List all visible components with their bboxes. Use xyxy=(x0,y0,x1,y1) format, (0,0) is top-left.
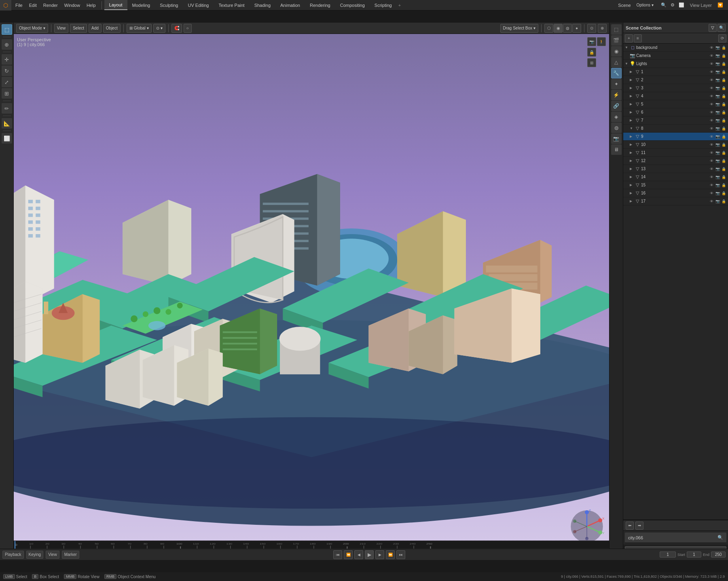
tree-row-3[interactable]: ▶ ▽ 3 👁 📷 🔒 xyxy=(623,84,728,92)
cursor-tool-btn[interactable]: ⊕ xyxy=(2,39,12,50)
tab-texture-paint[interactable]: Texture Paint xyxy=(214,0,249,10)
item3-cam[interactable]: 📷 xyxy=(715,85,720,91)
scene-prop-btn[interactable]: 🎬 xyxy=(611,35,622,46)
item6-vis[interactable]: 👁 xyxy=(709,110,714,115)
item4-lock[interactable]: 🔒 xyxy=(721,93,726,99)
proportional-btn[interactable]: ○ xyxy=(184,24,192,33)
item12-vis[interactable]: 👁 xyxy=(709,158,714,164)
item8-lock[interactable]: 🔒 xyxy=(721,126,726,131)
quad-view-btn[interactable]: ⊞ xyxy=(587,58,596,67)
box-select-key[interactable]: B xyxy=(32,574,38,579)
camera-vis-icon[interactable]: 👁 xyxy=(709,53,714,59)
tab-modeling[interactable]: Modeling xyxy=(127,0,155,10)
item5-vis[interactable]: 👁 xyxy=(709,101,714,107)
transform-tool-btn[interactable]: ⊞ xyxy=(2,88,12,99)
view-menu-btn[interactable]: View xyxy=(54,24,69,33)
expand-14[interactable]: ▶ xyxy=(630,175,634,179)
menu-edit[interactable]: Edit xyxy=(26,0,40,10)
item9-cam[interactable]: 📷 xyxy=(715,134,720,139)
gear-top-icon[interactable]: ⚙ xyxy=(669,2,676,8)
hierarchy-btn[interactable]: ≡ xyxy=(634,34,642,42)
item16-cam[interactable]: 📷 xyxy=(715,190,720,196)
item14-vis[interactable]: 👁 xyxy=(709,174,714,180)
context-menu-key[interactable]: RMB xyxy=(104,574,116,579)
item13-vis[interactable]: 👁 xyxy=(709,166,714,172)
tree-row-lights[interactable]: ▼ 💡 Lights 👁 📷 🔒 xyxy=(623,60,728,68)
tree-row-7[interactable]: ▶ ▽ 7 👁 📷 🔒 xyxy=(623,116,728,125)
background-vis-icon[interactable]: 👁 xyxy=(709,45,714,51)
expand-4[interactable]: ▶ xyxy=(630,94,634,98)
item2-cam[interactable]: 📷 xyxy=(715,77,720,83)
expand-lights[interactable]: ▼ xyxy=(625,62,629,65)
play-btn[interactable]: ▶ xyxy=(365,550,374,559)
outliner-search-btn[interactable]: 🔍 xyxy=(717,24,726,32)
item4-cam[interactable]: 📷 xyxy=(715,93,720,99)
menu-render[interactable]: Render xyxy=(40,0,61,10)
expand-background[interactable]: ▼ xyxy=(625,46,629,49)
pivot-point-dropdown[interactable]: ⊙ ▾ xyxy=(153,24,165,33)
item17-vis[interactable]: 👁 xyxy=(709,199,714,204)
tree-row-6[interactable]: ▶ ▽ 6 👁 📷 🔒 xyxy=(623,108,728,116)
physics-prop-btn[interactable]: ⚡ xyxy=(611,90,622,100)
item13-cam[interactable]: 📷 xyxy=(715,166,720,172)
gizmo-btn[interactable]: ⊕ xyxy=(598,24,607,33)
walk-nav-btn[interactable]: 🚶 xyxy=(597,37,606,46)
item11-lock[interactable]: 🔒 xyxy=(721,150,726,156)
item15-vis[interactable]: 👁 xyxy=(709,182,714,188)
select-menu-btn[interactable]: Select xyxy=(70,24,87,33)
expand-10[interactable]: ▶ xyxy=(630,143,634,146)
tree-row-17[interactable]: ▶ ▽ 17 👁 📷 🔒 xyxy=(623,197,728,205)
rotate-key[interactable]: MMB xyxy=(64,574,76,579)
tree-row-13[interactable]: ▶ ▽ 13 👁 📷 🔒 xyxy=(623,165,728,173)
transform-orientation-dropdown[interactable]: ⊞ Global ▾ xyxy=(127,24,152,33)
solid-shading-btn[interactable]: ◉ xyxy=(554,24,563,33)
tree-row-15[interactable]: ▶ ▽ 15 👁 📷 🔒 xyxy=(623,181,728,189)
menu-file[interactable]: File xyxy=(12,0,26,10)
tab-uv-editing[interactable]: UV Editing xyxy=(183,0,214,10)
expand-7[interactable]: ▶ xyxy=(630,118,634,122)
expand-1[interactable]: ▶ xyxy=(630,70,634,74)
playback-menu-btn[interactable]: Playback xyxy=(2,551,24,559)
item11-vis[interactable]: 👁 xyxy=(709,150,714,156)
camera-cam-icon[interactable]: 📷 xyxy=(715,53,720,59)
tree-row-camera[interactable]: ▶ 📷 Camera 👁 📷 🔒 xyxy=(623,52,728,60)
expand-8[interactable]: ▼ xyxy=(630,127,634,130)
item1-cam[interactable]: 📷 xyxy=(715,69,720,75)
prev-frame-btn[interactable]: ◀ xyxy=(354,550,363,559)
prop-nav-btn[interactable]: ⬅ xyxy=(626,522,634,530)
item1-vis[interactable]: 👁 xyxy=(709,69,714,75)
tree-row-9-selected[interactable]: ▶ ▽ 9 👁 📷 🔒 xyxy=(623,133,728,141)
overlay-btn[interactable]: ⊙ xyxy=(587,24,596,33)
tree-row-background[interactable]: ▼ ◻ background 👁 📷 🔒 xyxy=(623,44,728,52)
next-frame-btn[interactable]: ▶ xyxy=(375,550,384,559)
tree-row-12[interactable]: ▶ ▽ 12 👁 📷 🔒 xyxy=(623,157,728,165)
item7-lock[interactable]: 🔒 xyxy=(721,118,726,123)
item7-cam[interactable]: 📷 xyxy=(715,118,720,123)
data-prop-btn[interactable]: ◈ xyxy=(611,112,622,122)
expand-13[interactable]: ▶ xyxy=(630,167,634,171)
view-timeline-btn[interactable]: View xyxy=(46,551,59,559)
item5-lock[interactable]: 🔒 xyxy=(721,101,726,107)
item10-cam[interactable]: 📷 xyxy=(715,142,720,148)
background-cam-icon[interactable]: 📷 xyxy=(715,45,720,51)
expand-2[interactable]: ▶ xyxy=(630,78,634,82)
options-dropdown[interactable]: Options ▾ xyxy=(633,2,657,8)
start-frame-input[interactable] xyxy=(687,551,701,558)
object-name-search-icon[interactable]: 🔍 xyxy=(717,535,723,540)
render-prop-btn[interactable]: 📷 xyxy=(611,133,622,144)
expand-11[interactable]: ▶ xyxy=(630,151,634,154)
keying-menu-btn[interactable]: Keying xyxy=(26,551,44,559)
marker-btn[interactable]: Marker xyxy=(62,551,79,559)
select-key[interactable]: LMB xyxy=(3,574,15,579)
item17-cam[interactable]: 📷 xyxy=(715,199,720,204)
tree-row-5[interactable]: ▶ ▽ 5 👁 📷 🔒 xyxy=(623,100,728,108)
tab-layout[interactable]: Layout xyxy=(104,0,127,10)
rendered-shading-btn[interactable]: ● xyxy=(572,24,581,33)
expand-9[interactable]: ▶ xyxy=(630,135,634,138)
item11-cam[interactable]: 📷 xyxy=(715,150,720,156)
item8-vis[interactable]: 👁 xyxy=(709,126,714,131)
object-name-field[interactable]: city.066 🔍 xyxy=(625,532,726,543)
expand-3[interactable]: ▶ xyxy=(630,86,634,90)
item3-lock[interactable]: 🔒 xyxy=(721,85,726,91)
sync-btn[interactable]: ⟳ xyxy=(718,34,726,42)
